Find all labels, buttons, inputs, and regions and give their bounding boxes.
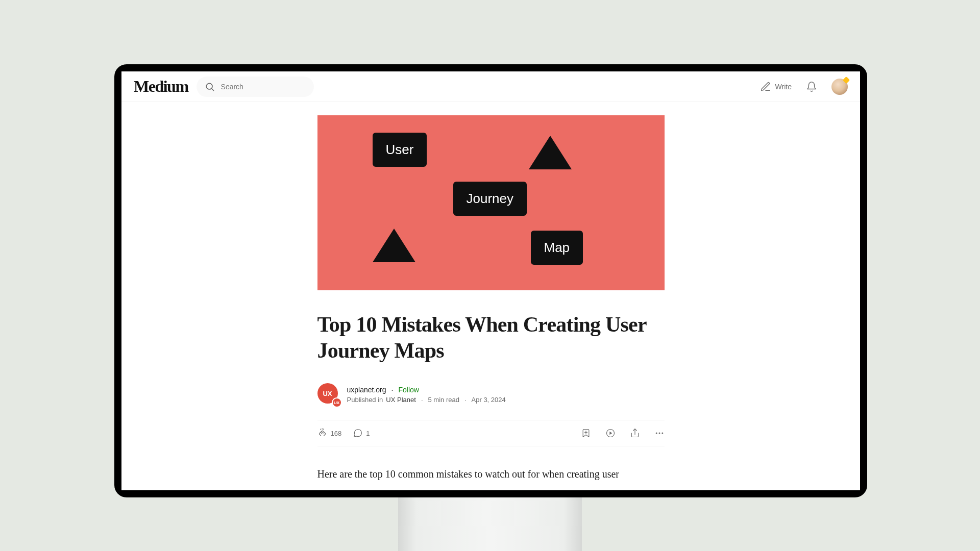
- bookmark-icon: [581, 428, 591, 438]
- save-button[interactable]: [581, 428, 591, 438]
- svg-point-7: [655, 433, 657, 434]
- more-button[interactable]: [654, 428, 665, 438]
- article-title: Top 10 Mistakes When Creating User Journ…: [317, 312, 665, 364]
- clap-count: 168: [331, 430, 342, 437]
- byline-separator: ·: [391, 386, 394, 394]
- search-input[interactable]: [221, 83, 306, 91]
- notifications-button[interactable]: [800, 81, 823, 92]
- author-avatar[interactable]: UX UX: [317, 383, 340, 406]
- hero-word-3: Map: [531, 231, 583, 265]
- byline: UX UX uxplanet.org · Follow Published in…: [317, 383, 665, 406]
- medium-logo[interactable]: Medium: [134, 77, 188, 96]
- share-button[interactable]: [630, 428, 640, 438]
- byline-dot-1: [419, 396, 425, 404]
- publish-date: Apr 3, 2024: [472, 396, 506, 404]
- write-label: Write: [775, 83, 792, 91]
- svg-point-8: [658, 433, 660, 434]
- bell-icon: [806, 81, 817, 92]
- hero-triangle-1: [529, 136, 572, 169]
- follow-button[interactable]: Follow: [398, 386, 419, 394]
- publication-link[interactable]: UX Planet: [386, 396, 416, 404]
- clap-button[interactable]: 168: [317, 428, 342, 438]
- hero-triangle-2: [373, 229, 415, 262]
- listen-button[interactable]: [605, 428, 616, 438]
- read-time: 5 min read: [428, 396, 459, 404]
- article: User Journey Map Top 10 Mistakes When Cr…: [317, 115, 665, 482]
- hero-word-1: User: [373, 133, 427, 167]
- search-field[interactable]: [197, 77, 314, 97]
- play-icon: [605, 428, 616, 438]
- svg-marker-5: [609, 432, 612, 435]
- article-body-intro: Here are the top 10 common mistakes to w…: [317, 466, 665, 482]
- write-icon: [760, 81, 771, 92]
- hero-image: User Journey Map: [317, 115, 665, 290]
- app-header: Medium Write: [121, 71, 860, 102]
- svg-line-1: [211, 88, 213, 90]
- monitor-stand: [398, 497, 582, 551]
- write-button[interactable]: Write: [760, 81, 792, 92]
- action-bar: 168 1: [317, 420, 665, 446]
- author-avatar-pub: UX: [332, 397, 342, 408]
- monitor-bezel: Medium Write: [114, 64, 867, 497]
- share-icon: [630, 428, 640, 438]
- author-name[interactable]: uxplanet.org: [347, 386, 386, 394]
- search-icon: [205, 82, 215, 92]
- byline-dot-2: [462, 396, 469, 404]
- more-icon: [654, 428, 665, 438]
- responses-button[interactable]: 1: [353, 428, 370, 438]
- published-in-prefix: Published in: [347, 396, 383, 404]
- responses-count: 1: [366, 430, 370, 437]
- hero-word-2: Journey: [453, 182, 527, 216]
- clap-icon: [317, 428, 328, 438]
- user-avatar[interactable]: [831, 79, 848, 95]
- comment-icon: [353, 428, 363, 438]
- screen: Medium Write: [121, 71, 860, 490]
- svg-point-9: [662, 433, 663, 434]
